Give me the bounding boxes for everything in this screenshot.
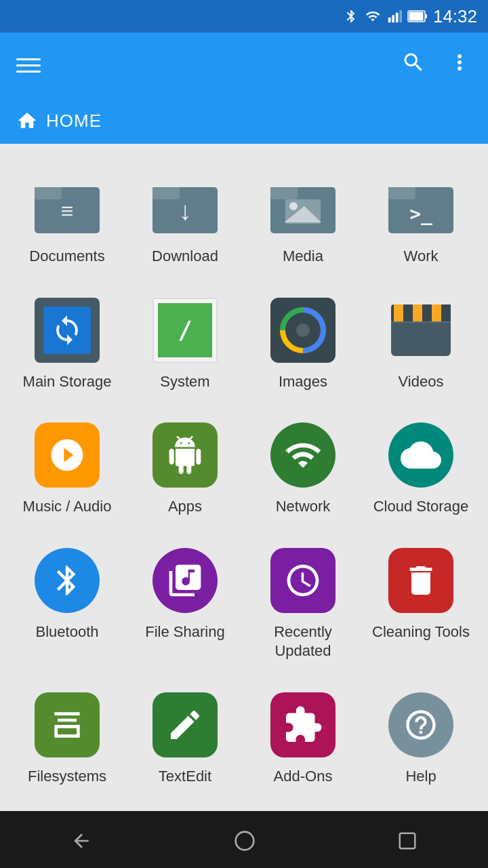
- grid-item-system[interactable]: / System: [129, 283, 241, 403]
- wifi-status-icon: [364, 9, 382, 24]
- apps-icon: [151, 421, 219, 489]
- cloud-storage-label: Cloud Storage: [373, 497, 469, 517]
- network-icon: [269, 421, 337, 489]
- search-button[interactable]: [401, 50, 426, 80]
- breadcrumb-label: Home: [46, 111, 102, 132]
- textedit-icon: [151, 691, 219, 759]
- media-icon: [269, 171, 337, 239]
- toolbar-right: [401, 50, 472, 80]
- status-time: 14:32: [433, 6, 477, 27]
- signal-status-icon: [387, 9, 402, 24]
- svg-rect-31: [391, 318, 451, 356]
- documents-icon: ≡: [33, 171, 101, 239]
- svg-rect-6: [409, 12, 423, 21]
- svg-rect-17: [270, 187, 298, 194]
- svg-rect-23: [388, 187, 415, 194]
- grid-item-recently-updated[interactable]: Recently Updated: [247, 533, 359, 672]
- svg-rect-13: [152, 187, 180, 194]
- grid-item-main-storage[interactable]: Main Storage: [11, 283, 123, 403]
- menu-button[interactable]: [16, 58, 41, 73]
- main-storage-label: Main Storage: [23, 372, 112, 392]
- svg-rect-5: [425, 14, 427, 18]
- documents-label: Documents: [29, 247, 104, 267]
- svg-rect-37: [432, 304, 441, 322]
- filesystems-icon: [33, 691, 101, 759]
- grid-item-add-ons[interactable]: Add-Ons: [247, 677, 359, 797]
- svg-point-30: [296, 323, 310, 337]
- bluetooth-label: Bluetooth: [36, 623, 99, 642]
- svg-rect-1: [392, 15, 394, 22]
- grid-item-images[interactable]: Images: [247, 283, 359, 403]
- grid-item-documents[interactable]: ≡ Documents: [11, 157, 123, 277]
- cleaning-tools-icon: [387, 547, 455, 614]
- grid-item-videos[interactable]: Videos: [365, 283, 477, 403]
- more-options-button[interactable]: [447, 50, 472, 80]
- breadcrumb: Home: [0, 98, 488, 144]
- recent-apps-button[interactable]: [386, 820, 428, 867]
- apps-label: Apps: [168, 497, 202, 517]
- grid-item-download[interactable]: ↓ Download: [129, 157, 241, 277]
- recently-updated-label: Recently Updated: [252, 623, 354, 661]
- toolbar-left: [16, 58, 41, 73]
- home-nav-button[interactable]: [223, 819, 266, 868]
- grid-item-network[interactable]: Network: [247, 408, 359, 528]
- system-label: System: [160, 372, 209, 392]
- help-icon: [387, 691, 455, 759]
- recently-updated-icon: [269, 547, 337, 614]
- bluetooth-status-icon: [344, 9, 359, 24]
- home-icon: [16, 110, 38, 132]
- svg-rect-0: [388, 18, 391, 22]
- svg-rect-41: [399, 833, 415, 848]
- grid-item-bluetooth[interactable]: Bluetooth: [11, 533, 123, 672]
- grid-item-textedit[interactable]: TextEdit: [129, 677, 241, 797]
- grid-item-work[interactable]: >_ Work: [365, 157, 477, 277]
- help-label: Help: [405, 767, 436, 787]
- network-label: Network: [276, 497, 331, 517]
- download-icon: ↓: [151, 171, 219, 239]
- svg-rect-2: [396, 13, 399, 23]
- svg-text:↓: ↓: [179, 197, 192, 225]
- svg-rect-36: [422, 304, 432, 322]
- images-icon: [269, 296, 337, 364]
- music-audio-label: Music / Audio: [23, 497, 112, 517]
- videos-label: Videos: [399, 372, 444, 392]
- svg-rect-38: [441, 304, 451, 322]
- status-icons: 14:32: [344, 6, 477, 27]
- cleaning-tools-label: Cleaning Tools: [372, 623, 470, 642]
- grid-item-cleaning-tools[interactable]: Cleaning Tools: [365, 533, 477, 672]
- bluetooth-icon: [33, 547, 101, 614]
- textedit-label: TextEdit: [159, 767, 211, 787]
- add-ons-icon: [269, 691, 337, 759]
- grid-item-media[interactable]: Media: [247, 157, 359, 277]
- svg-rect-9: [35, 187, 62, 194]
- svg-rect-3: [399, 10, 402, 22]
- images-label: Images: [279, 372, 327, 392]
- grid-item-apps[interactable]: Apps: [129, 408, 241, 528]
- grid-item-file-sharing[interactable]: File Sharing: [129, 533, 241, 672]
- svg-text:≡: ≡: [61, 199, 74, 223]
- back-button[interactable]: [60, 819, 103, 868]
- status-bar: 14:32: [0, 0, 488, 33]
- work-icon: >_: [387, 171, 455, 239]
- svg-rect-35: [413, 304, 422, 322]
- grid-item-cloud-storage[interactable]: Cloud Storage: [365, 408, 477, 528]
- download-label: Download: [152, 247, 218, 267]
- videos-icon: [387, 296, 455, 364]
- cloud-storage-icon: [387, 421, 455, 489]
- toolbar: [0, 33, 488, 98]
- add-ons-label: Add-Ons: [274, 767, 333, 787]
- svg-point-19: [289, 202, 298, 210]
- file-sharing-icon: [151, 547, 219, 614]
- grid-item-music-audio[interactable]: Music / Audio: [11, 408, 123, 528]
- grid-item-help[interactable]: Help: [365, 677, 477, 797]
- system-icon: /: [151, 296, 219, 364]
- svg-rect-34: [403, 304, 413, 322]
- media-label: Media: [283, 247, 323, 267]
- battery-status-icon: [407, 9, 428, 24]
- file-sharing-label: File Sharing: [145, 623, 224, 642]
- grid-container: ≡ Documents ↓ Download: [0, 144, 488, 811]
- svg-text:>_: >_: [409, 203, 432, 225]
- work-label: Work: [404, 247, 439, 267]
- grid-item-filesystems[interactable]: Filesystems: [11, 677, 123, 797]
- music-audio-icon: [33, 421, 101, 489]
